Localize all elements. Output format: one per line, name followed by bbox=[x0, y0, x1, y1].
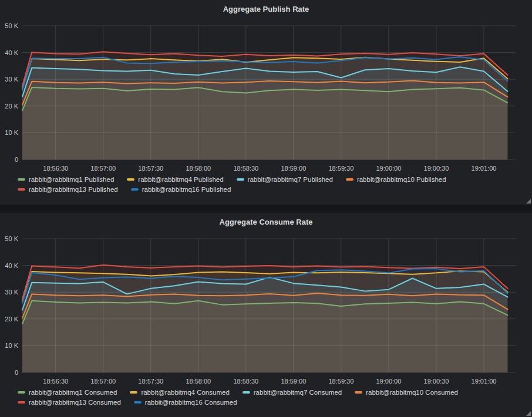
legend-swatch-icon bbox=[243, 391, 250, 394]
legend-item[interactable]: rabbit@rabbitmq16 Consumed bbox=[134, 399, 237, 406]
dashboard: Aggregate Publish Rate 010 K20 K30 K40 K… bbox=[0, 0, 532, 417]
y-tick-label: 20 K bbox=[5, 316, 18, 323]
legend-item[interactable]: rabbit@rabbitmq10 Consumed bbox=[355, 389, 458, 396]
y-tick-label: 40 K bbox=[5, 49, 18, 56]
legend-label: rabbit@rabbitmq7 Consumed bbox=[254, 389, 342, 396]
legend-swatch-icon bbox=[18, 401, 25, 404]
legend-label: rabbit@rabbitmq13 Published bbox=[29, 186, 118, 193]
legend-item[interactable]: rabbit@rabbitmq10 Published bbox=[346, 176, 446, 183]
x-tick-label: 18:58:30 bbox=[233, 165, 258, 172]
panel-aggregate-publish-rate: Aggregate Publish Rate 010 K20 K30 K40 K… bbox=[0, 0, 532, 205]
y-tick-label: 50 K bbox=[5, 22, 18, 29]
y-tick-label: 40 K bbox=[5, 262, 18, 269]
legend-label: rabbit@rabbitmq16 Consumed bbox=[145, 399, 237, 406]
x-tick-label: 18:57:00 bbox=[90, 378, 116, 385]
x-tick-label: 18:58:00 bbox=[186, 378, 211, 385]
x-tick-label: 19:01:00 bbox=[472, 165, 497, 172]
x-tick-label: 19:01:00 bbox=[472, 378, 497, 385]
legend-swatch-icon bbox=[237, 178, 244, 181]
x-tick-label: 18:56:30 bbox=[43, 165, 68, 172]
x-tick-label: 19:00:00 bbox=[376, 165, 402, 172]
consume-rate-chart[interactable]: 010 K20 K30 K40 K50 K18:56:3018:57:0018:… bbox=[0, 230, 532, 388]
x-tick-label: 19:00:00 bbox=[376, 378, 402, 385]
legend-item[interactable]: rabbit@rabbitmq4 Published bbox=[127, 176, 223, 183]
series-fill bbox=[22, 269, 507, 372]
legend-swatch-icon bbox=[346, 178, 353, 181]
legend-swatch-icon bbox=[134, 401, 142, 404]
legend-item[interactable]: rabbit@rabbitmq1 Published bbox=[18, 176, 114, 183]
x-tick-label: 18:58:00 bbox=[186, 165, 211, 172]
legend-swatch-icon bbox=[130, 391, 137, 394]
legend-label: rabbit@rabbitmq4 Consumed bbox=[141, 389, 229, 396]
legend-item[interactable]: rabbit@rabbitmq1 Consumed bbox=[18, 389, 117, 396]
legend-label: rabbit@rabbitmq10 Published bbox=[357, 176, 446, 183]
legend-label: rabbit@rabbitmq7 Published bbox=[248, 176, 333, 183]
y-tick-label: 0 bbox=[15, 369, 18, 376]
y-tick-label: 20 K bbox=[5, 103, 18, 110]
y-tick-label: 50 K bbox=[5, 235, 18, 242]
x-tick-label: 18:59:30 bbox=[328, 165, 353, 172]
legend-item[interactable]: rabbit@rabbitmq7 Consumed bbox=[243, 389, 342, 396]
panel-aggregate-consume-rate: Aggregate Consume Rate 010 K20 K30 K40 K… bbox=[0, 213, 532, 417]
legend-swatch-icon bbox=[18, 188, 25, 191]
panel-title[interactable]: Aggregate Consume Rate bbox=[0, 213, 532, 230]
legend-swatch-icon bbox=[127, 178, 134, 181]
x-tick-label: 18:56:30 bbox=[43, 378, 68, 385]
x-tick-label: 18:57:30 bbox=[138, 378, 163, 385]
x-tick-label: 18:57:30 bbox=[138, 165, 163, 172]
x-tick-label: 19:00:30 bbox=[424, 165, 449, 172]
y-tick-label: 0 bbox=[15, 156, 18, 163]
legend-item[interactable]: rabbit@rabbitmq16 Published bbox=[131, 186, 231, 193]
legend-item[interactable]: rabbit@rabbitmq13 Published bbox=[18, 186, 118, 193]
legend-swatch-icon bbox=[18, 391, 25, 394]
x-tick-label: 18:59:00 bbox=[281, 165, 306, 172]
x-tick-label: 18:57:00 bbox=[90, 165, 116, 172]
legend-item[interactable]: rabbit@rabbitmq7 Published bbox=[237, 176, 333, 183]
legend-label: rabbit@rabbitmq1 Published bbox=[29, 176, 114, 183]
legend-label: rabbit@rabbitmq1 Consumed bbox=[29, 389, 117, 396]
legend-swatch-icon bbox=[18, 178, 25, 181]
publish-legend: rabbit@rabbitmq1 Publishedrabbit@rabbitm… bbox=[0, 175, 532, 193]
legend-label: rabbit@rabbitmq13 Consumed bbox=[29, 399, 121, 406]
legend-item[interactable]: rabbit@rabbitmq4 Consumed bbox=[130, 389, 229, 396]
panel-title[interactable]: Aggregate Publish Rate bbox=[0, 0, 532, 18]
legend-label: rabbit@rabbitmq10 Consumed bbox=[366, 389, 458, 396]
y-tick-label: 30 K bbox=[5, 289, 18, 296]
x-tick-label: 18:59:00 bbox=[281, 378, 306, 385]
legend-item[interactable]: rabbit@rabbitmq13 Consumed bbox=[18, 399, 121, 406]
x-tick-label: 18:59:30 bbox=[328, 378, 353, 385]
legend-swatch-icon bbox=[355, 391, 362, 394]
consume-legend: rabbit@rabbitmq1 Consumedrabbit@rabbitmq… bbox=[0, 388, 532, 406]
legend-label: rabbit@rabbitmq16 Published bbox=[142, 186, 231, 193]
legend-swatch-icon bbox=[131, 188, 139, 191]
y-tick-label: 30 K bbox=[5, 76, 18, 83]
x-tick-label: 19:00:30 bbox=[424, 378, 449, 385]
y-tick-label: 10 K bbox=[5, 342, 18, 349]
series-fills bbox=[22, 52, 507, 160]
y-tick-label: 10 K bbox=[5, 129, 18, 136]
publish-rate-chart[interactable]: 010 K20 K30 K40 K50 K18:56:3018:57:0018:… bbox=[0, 18, 532, 175]
panel-resize-handle-icon[interactable] bbox=[526, 199, 531, 204]
legend-label: rabbit@rabbitmq4 Published bbox=[138, 176, 223, 183]
panel-resize-handle-icon[interactable] bbox=[526, 411, 531, 416]
x-tick-label: 18:58:30 bbox=[233, 378, 258, 385]
